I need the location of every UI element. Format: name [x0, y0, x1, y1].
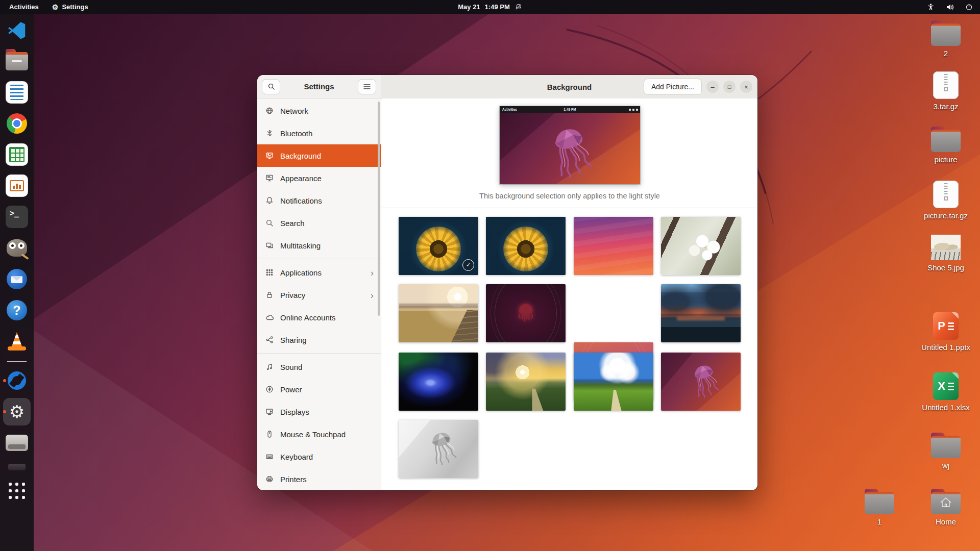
dock-files-icon[interactable]	[2, 49, 32, 73]
jellyfish-illustration	[679, 360, 726, 400]
sidebar-separator	[257, 353, 381, 354]
desktop-icon-folder-2[interactable]: 2	[915, 20, 977, 58]
wallpaper-thumbnail-white-blossoms[interactable]	[661, 217, 741, 275]
desktop-icon-3-tar-gz[interactable]: 3.tar.gz	[915, 71, 977, 111]
sidebar-item-label: Notifications	[280, 196, 374, 205]
desktop-icon-home[interactable]: Home	[915, 489, 977, 526]
top-bar: Activities ⚙ Settings May 21 1:49 PM	[0, 0, 980, 14]
wallpaper-thumbnail-clouds-over-hills[interactable]	[574, 353, 653, 411]
sidebar-item-applications[interactable]: Applications ›	[257, 261, 381, 284]
sidebar-item-label: Bluetooth	[280, 129, 374, 138]
sidebar-item-printers[interactable]: Printers	[257, 468, 381, 490]
sidebar-item-label: Network	[280, 107, 374, 115]
desktop-icon-folder-1[interactable]: 1	[848, 489, 911, 526]
desktop-icon-picture-tar-gz[interactable]: picture.tar.gz	[915, 181, 977, 220]
sidebar-item-appearance[interactable]: Appearance	[257, 167, 381, 189]
screen: Activities ⚙ Settings May 21 1:49 PM	[0, 0, 980, 551]
sidebar-item-label: Sharing	[280, 336, 374, 344]
network-icon	[265, 107, 274, 115]
hamburger-icon	[363, 84, 371, 90]
sidebar-search-button[interactable]	[262, 79, 280, 94]
dock-vscode-icon[interactable]	[2, 18, 32, 42]
sidebar-item-online-accounts[interactable]: Online Accounts	[257, 306, 381, 329]
archive-icon	[933, 181, 959, 208]
power-icon[interactable]	[965, 3, 973, 11]
sidebar-item-notifications[interactable]: Notifications	[257, 189, 381, 212]
background-panel: Activities 1:49 PM This background selec…	[382, 98, 757, 490]
wallpaper-thumbnail-yellow-flower-selected[interactable]: ✓	[399, 217, 478, 275]
sidebar-item-privacy[interactable]: Privacy ›	[257, 284, 381, 306]
activities-button[interactable]: Activities	[9, 3, 39, 11]
dock-settings-icon[interactable]: ⚙	[2, 399, 32, 424]
maximize-button[interactable]: □	[723, 81, 736, 93]
wallpaper-thumbnail-sunset-gradient-waves[interactable]	[574, 217, 653, 275]
focused-app-name: Settings	[62, 3, 88, 11]
sidebar-item-background[interactable]: Background	[257, 144, 381, 167]
volume-icon[interactable]	[946, 3, 954, 11]
sidebar-scrollbar[interactable]	[378, 102, 380, 316]
dock-updater-icon[interactable]	[2, 368, 32, 393]
dock-libreoffice-writer-icon[interactable]	[2, 80, 32, 105]
dock-chrome-icon[interactable]	[2, 111, 32, 136]
sidebar-item-keyboard[interactable]: Keyboard	[257, 445, 381, 468]
add-picture-button[interactable]: Add Picture...	[644, 79, 702, 95]
sidebar-item-displays[interactable]: Displays	[257, 400, 381, 423]
dock-drive-icon[interactable]	[2, 431, 32, 455]
preview-wallpaper	[500, 106, 640, 184]
sidebar-item-sharing[interactable]: Sharing	[257, 329, 381, 351]
hamburger-menu-button[interactable]	[358, 79, 376, 94]
desktop-icon-xlsx[interactable]: X Untitled 1.xlsx	[915, 372, 977, 412]
sidebar-item-label: Privacy	[280, 291, 364, 299]
sidebar-item-bluetooth[interactable]: Bluetooth	[257, 122, 381, 144]
dock-libreoffice-impress-icon[interactable]	[2, 173, 32, 198]
sidebar-item-network[interactable]: Network	[257, 99, 381, 122]
running-indicator-dot	[3, 379, 6, 382]
archive-icon	[933, 71, 959, 99]
sidebar-item-power[interactable]: Power	[257, 378, 381, 400]
sidebar-item-label: Multitasking	[280, 241, 374, 250]
dock-help-icon[interactable]: ?	[2, 298, 32, 322]
powerpoint-file-icon: P	[933, 312, 959, 340]
wallpaper-thumbnail-jellyfish-purple[interactable]	[661, 353, 741, 411]
chevron-right-icon: ›	[371, 268, 374, 278]
desktop-icon-folder-picture[interactable]: picture	[915, 127, 977, 164]
calc-grid-icon	[9, 147, 24, 162]
minimize-button[interactable]: –	[706, 81, 719, 93]
sidebar-item-search[interactable]: Search	[257, 212, 381, 234]
dock-thunderbird-icon[interactable]	[2, 267, 32, 291]
dock-gimp-icon[interactable]	[2, 236, 32, 260]
desktop-icon-shoe-jpg[interactable]: Shoe 5.jpg	[915, 235, 977, 272]
clock-menu[interactable]: May 21 1:49 PM	[458, 3, 522, 11]
sidebar-item-mouse-touchpad[interactable]: Mouse & Touchpad	[257, 423, 381, 445]
dock-libreoffice-calc-icon[interactable]	[2, 142, 32, 167]
dock-vlc-icon[interactable]	[2, 329, 32, 354]
question-mark-icon: ?	[7, 300, 27, 320]
desktop-preview: Activities 1:49 PM	[500, 106, 640, 184]
writer-doc-icon	[10, 85, 23, 100]
wallpaper-thumbnail-jellyfish-grayscale[interactable]	[399, 420, 478, 478]
wallpaper-thumbnail-valley-sunset[interactable]	[486, 353, 566, 411]
wallpaper-thumbnail-lake-dusk[interactable]	[661, 284, 741, 342]
preview-top-bar: Activities 1:49 PM	[500, 106, 640, 113]
focused-app-menu[interactable]: ⚙ Settings	[52, 3, 88, 11]
sidebar-item-label: Sound	[280, 363, 374, 371]
gear-icon: ⚙	[52, 4, 59, 11]
dock-removable-media-icon[interactable]	[2, 462, 32, 472]
sidebar-item-label: Power	[280, 385, 374, 394]
background-caption: This background selection only applies t…	[382, 192, 757, 200]
chrome-logo	[7, 113, 27, 134]
desktop-icon-folder-wj[interactable]: wj	[915, 433, 977, 470]
sidebar-item-multitasking[interactable]: Multitasking	[257, 234, 381, 257]
desktop-icon-pptx[interactable]: P Untitled 1.pptx	[915, 312, 977, 352]
wallpaper-thumbnail-yellow-flower-alt[interactable]	[486, 217, 566, 275]
wallpaper-thumbnail-blue-glow-jellyfish[interactable]	[399, 353, 478, 411]
dock-show-applications-button[interactable]	[2, 479, 32, 503]
wallpaper-thumbnail-jellyfish-logo-dark[interactable]	[486, 284, 566, 342]
wallpaper-thumbnail-field-boardwalk-sunset[interactable]	[399, 284, 478, 342]
dock-terminal-icon[interactable]: >_	[2, 205, 32, 229]
sidebar-item-sound[interactable]: Sound	[257, 356, 381, 378]
applications-grid-icon	[265, 268, 274, 277]
close-button[interactable]: ×	[740, 81, 752, 93]
accessibility-icon[interactable]	[927, 3, 935, 11]
sidebar-item-label: Search	[280, 219, 374, 228]
